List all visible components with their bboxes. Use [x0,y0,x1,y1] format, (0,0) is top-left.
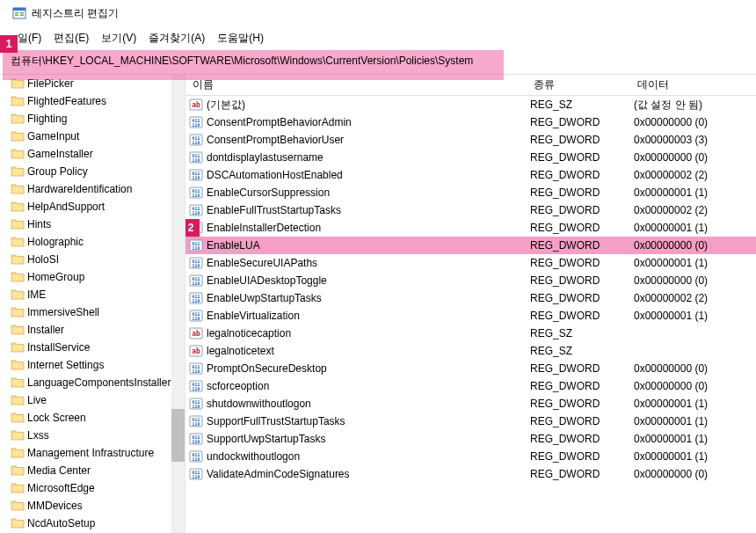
tree-scrollbar-track[interactable] [171,75,185,533]
folder-icon [11,482,25,494]
folder-icon [11,130,25,142]
tree-item[interactable]: IME [0,286,185,303]
tree-item[interactable]: Live [0,391,185,409]
value-row[interactable]: dontdisplaylastusernameREG_DWORD0x000000… [185,149,756,166]
tree-item[interactable]: Lock Screen [0,409,185,427]
tree-item[interactable]: FilePicker [0,75,185,92]
value-data: (값 설정 안 됨) [630,98,756,113]
values-pane: 이름 종류 데이터 (기본값)REG_SZ(값 설정 안 됨)ConsentPr… [185,75,756,533]
value-data: 0x00000001 (1) [630,222,756,234]
value-type: REG_SZ [527,99,630,111]
value-name: SupportUwpStartupTasks [207,433,325,445]
tree-item[interactable]: Flighting [0,110,185,128]
tree-item[interactable]: Holographic [0,233,185,251]
header-data[interactable]: 데이터 [630,75,756,96]
value-data: 0x00000001 (1) [630,257,756,269]
menu-help[interactable]: 도움말(H) [212,29,269,47]
tree-item[interactable]: NcdAutoSetup [0,515,185,532]
tree-item-label: NcdAutoSetup [27,517,95,529]
value-type: REG_DWORD [527,398,630,410]
values-list[interactable]: (기본값)REG_SZ(값 설정 안 됨)ConsentPromptBehavi… [185,96,756,533]
tree-item[interactable]: Installer [0,321,185,339]
tree-item-label: HardwareIdentification [27,183,132,195]
menu-edit[interactable]: 편집(E) [48,29,94,47]
tree-item[interactable]: GameInput [0,128,185,145]
value-name: EnableFullTrustStartupTasks [207,204,341,216]
tree-item[interactable]: HardwareIdentification [0,180,185,198]
values-header: 이름 종류 데이터 [185,75,756,96]
tree-pane[interactable]: FilePickerFlightedFeaturesFlightingGameI… [0,75,185,533]
svg-rect-5 [20,15,24,17]
value-row[interactable]: EnableFullTrustStartupTasksREG_DWORD0x00… [185,201,756,219]
tree-scrollbar-thumb[interactable] [171,409,185,462]
tree-item[interactable]: MMDevices [0,497,185,515]
folder-icon [11,165,25,178]
value-row[interactable]: EnableUIADesktopToggleREG_DWORD0x0000000… [185,272,756,289]
tree-item[interactable]: Media Center [0,462,185,479]
value-row[interactable]: legalnoticetextREG_SZ [185,342,756,360]
header-name[interactable]: 이름 [185,75,527,96]
binary-value-icon [189,309,203,323]
value-row[interactable]: (기본값)REG_SZ(값 설정 안 됨) [185,96,756,113]
value-name: EnableUwpStartupTasks [207,292,322,304]
tree-item-label: MicrosoftEdge [27,482,95,494]
string-value-icon [189,98,203,112]
value-name: legalnoticecaption [207,327,291,340]
value-row[interactable]: DSCAutomationHostEnabledREG_DWORD0x00000… [185,166,756,184]
binary-value-icon [189,133,203,147]
tree-item-label: Live [27,394,47,406]
value-row[interactable]: ValidateAdminCodeSignaturesREG_DWORD0x00… [185,465,756,483]
tree-item[interactable]: LanguageComponentsInstaller [0,374,185,391]
binary-value-icon [189,361,203,376]
folder-icon [11,253,25,266]
value-row[interactable]: ConsentPromptBehaviorUserREG_DWORD0x0000… [185,131,756,149]
tree-item[interactable]: Hints [0,215,185,233]
folder-icon [11,341,25,354]
header-type[interactable]: 종류 [527,75,630,96]
tree-item-label: FilePicker [27,77,74,90]
tree-item[interactable]: HelpAndSupport [0,198,185,215]
tree-item[interactable]: GameInstaller [0,145,185,163]
value-row[interactable]: SupportUwpStartupTasksREG_DWORD0x0000000… [185,430,756,448]
tree-item[interactable]: ImmersiveShell [0,303,185,321]
menu-favorites[interactable]: 즐겨찾기(A) [143,29,210,47]
value-row[interactable]: EnableCursorSuppressionREG_DWORD0x000000… [185,184,756,201]
address-bar[interactable]: 컴퓨터\HKEY_LOCAL_MACHINE\SOFTWARE\Microsof… [0,50,756,74]
tree-item[interactable]: MicrosoftEdge [0,479,185,497]
value-type: REG_DWORD [527,380,630,392]
value-type: REG_DWORD [527,292,630,304]
folder-icon [11,464,25,477]
tree-item[interactable]: FlightedFeatures [0,92,185,110]
value-data: 0x00000000 (0) [630,362,756,375]
tree-item[interactable]: HoloSI [0,251,185,268]
binary-value-icon [189,203,203,217]
tree-item[interactable]: Group Policy [0,163,185,180]
value-row[interactable]: scforceoptionREG_DWORD0x00000000 (0) [185,377,756,395]
menubar: 일(F) 편집(E) 보기(V) 즐겨찾기(A) 도움말(H) [0,26,756,50]
tree-item[interactable]: Management Infrastructure [0,444,185,462]
folder-icon [11,306,25,318]
value-name: DSCAutomationHostEnabled [207,169,343,181]
menu-view[interactable]: 보기(V) [96,29,142,47]
value-row[interactable]: EnableInstallerDetectionREG_DWORD0x00000… [185,219,756,237]
value-row[interactable]: EnableUwpStartupTasksREG_DWORD0x00000002… [185,289,756,307]
value-row[interactable]: EnableSecureUIAPathsREG_DWORD0x00000001 … [185,254,756,272]
tree-item-label: HomeGroup [27,271,84,283]
value-row[interactable]: shutdownwithoutlogonREG_DWORD0x00000001 … [185,395,756,413]
tree-item[interactable]: Internet Settings [0,356,185,374]
string-value-icon [189,326,203,340]
tree-item[interactable]: HomeGroup [0,268,185,286]
value-row[interactable]: SupportFullTrustStartupTasksREG_DWORD0x0… [185,413,756,430]
value-row[interactable]: EnableLUAREG_DWORD0x00000000 (0) [185,237,756,254]
value-row[interactable]: legalnoticecaptionREG_SZ [185,325,756,342]
tree-item[interactable]: InstallService [0,339,185,356]
titlebar: 레지스트리 편집기 [0,0,756,26]
value-name: legalnoticetext [207,345,274,357]
value-name: ConsentPromptBehaviorAdmin [207,116,352,128]
value-row[interactable]: ConsentPromptBehaviorAdminREG_DWORD0x000… [185,113,756,131]
value-row[interactable]: EnableVirtualizationREG_DWORD0x00000001 … [185,307,756,325]
tree-item[interactable]: Lxss [0,427,185,444]
value-row[interactable]: undockwithoutlogonREG_DWORD0x00000001 (1… [185,448,756,465]
value-row[interactable]: PromptOnSecureDesktopREG_DWORD0x00000000… [185,360,756,377]
binary-value-icon [189,397,203,411]
